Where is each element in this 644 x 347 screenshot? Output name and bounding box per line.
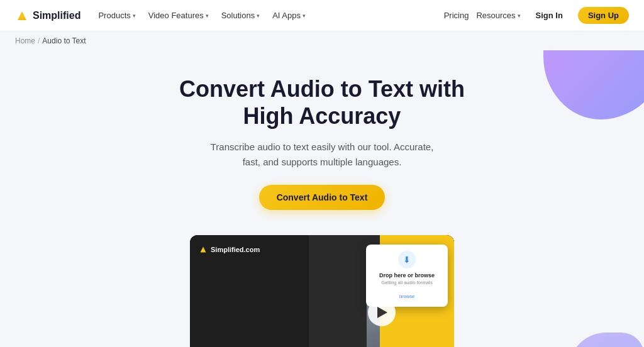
signin-button[interactable]: Sign In — [528, 8, 570, 23]
video-logo: Simplified.com — [199, 245, 300, 254]
nav-menu: Products ▾ Video Features ▾ Solutions ▾ … — [93, 8, 311, 23]
logo[interactable]: Simplified — [15, 9, 80, 23]
nav-products[interactable]: Products ▾ — [93, 8, 140, 23]
play-icon — [377, 307, 387, 318]
upload-icon: ⬇ — [398, 251, 416, 268]
video-features-chevron-icon: ▾ — [206, 13, 209, 19]
nav-video-features-label: Video Features — [148, 11, 204, 20]
video-left-panel: Simplified.com Audio To Text — [190, 235, 309, 347]
nav-solutions[interactable]: Solutions ▾ — [216, 8, 265, 23]
video-card: Simplified.com Audio To Text ⬇ Drop here… — [190, 235, 454, 347]
nav-ai-apps-label: AI Apps — [272, 11, 301, 20]
nav-ai-apps[interactable]: AI Apps ▾ — [267, 8, 311, 23]
breadcrumb-separator: / — [38, 36, 40, 45]
video-section: Simplified.com Audio To Text ⬇ Drop here… — [0, 229, 644, 347]
resources-chevron-icon: ▾ — [518, 13, 521, 19]
ai-apps-chevron-icon: ▾ — [303, 13, 306, 19]
upload-subtitle: Getting all audio formats — [372, 280, 441, 285]
logo-icon — [15, 9, 29, 23]
video-logo-text: Simplified.com — [211, 246, 260, 253]
video-logo-icon — [199, 245, 208, 254]
nav-resources-label: Resources — [476, 11, 515, 20]
breadcrumb: Home / Audio to Text — [0, 31, 644, 50]
nav-left: Simplified Products ▾ Video Features ▾ S… — [15, 8, 311, 23]
upload-browse[interactable]: browse — [399, 294, 414, 299]
nav-pricing[interactable]: Pricing — [444, 11, 469, 20]
svg-point-2 — [20, 14, 24, 18]
nav-products-label: Products — [98, 11, 130, 20]
signup-button[interactable]: Sign Up — [578, 7, 629, 24]
upload-title: Drop here or browse — [372, 272, 441, 278]
svg-marker-3 — [201, 247, 206, 253]
breadcrumb-current: Audio to Text — [42, 36, 86, 45]
cta-button[interactable]: Convert Audio to Text — [259, 185, 386, 210]
play-button[interactable] — [368, 299, 396, 326]
upload-card: ⬇ Drop here or browse Getting all audio … — [366, 245, 448, 307]
nav-video-features[interactable]: Video Features ▾ — [143, 8, 214, 23]
hero-title: Convert Audio to Text with High Accuracy — [158, 75, 486, 129]
logo-text: Simplified — [33, 10, 80, 21]
nav-resources[interactable]: Resources ▾ — [476, 11, 520, 20]
solutions-chevron-icon: ▾ — [257, 13, 260, 19]
nav-solutions-label: Solutions — [221, 11, 255, 20]
breadcrumb-home[interactable]: Home — [15, 36, 35, 45]
nav-right: Pricing Resources ▾ Sign In Sign Up — [444, 7, 629, 24]
products-chevron-icon: ▾ — [133, 13, 136, 19]
navigation: Simplified Products ▾ Video Features ▾ S… — [0, 0, 644, 31]
hero-subtitle: Transcribe audio to text easily with our… — [203, 140, 441, 170]
hero-section: Convert Audio to Text with High Accuracy… — [0, 50, 644, 229]
